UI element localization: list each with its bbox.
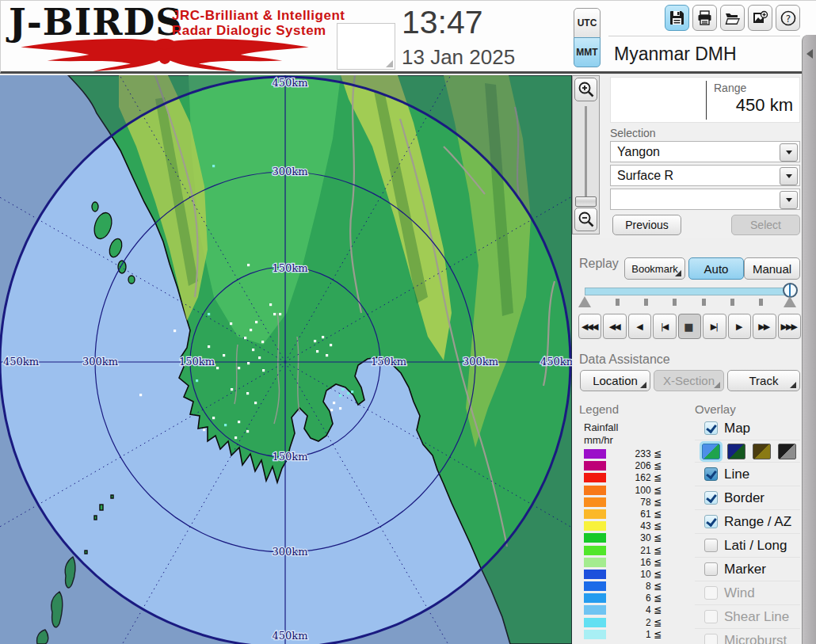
- overlay-item-map[interactable]: Map: [695, 417, 800, 440]
- overlay-item-range-az[interactable]: Range / AZ: [695, 509, 800, 533]
- previous-button[interactable]: Previous: [612, 215, 681, 235]
- legend-row: 206 ≦: [584, 460, 671, 472]
- menu-corner-icon: [790, 382, 796, 388]
- rewind-fast-button[interactable]: ◀◀: [603, 314, 626, 339]
- checkbox-icon[interactable]: [704, 610, 718, 623]
- selection-product-dropdown[interactable]: Surface R: [610, 165, 800, 186]
- map-style-grayscale[interactable]: [778, 444, 796, 459]
- play-button[interactable]: ▶: [728, 314, 751, 339]
- selection-site-value: Yangon: [617, 145, 660, 159]
- dropdown-arrow-button[interactable]: [780, 143, 798, 162]
- zoom-slider-handle[interactable]: [575, 196, 597, 207]
- timezone-mmt-button[interactable]: MMT: [574, 37, 601, 67]
- legend-row: 78 ≦: [584, 497, 671, 509]
- checkbox-icon[interactable]: [704, 562, 718, 576]
- track-button[interactable]: Track: [727, 370, 800, 391]
- play-reverse-button[interactable]: ◀: [628, 314, 651, 339]
- checkbox-icon[interactable]: [704, 515, 718, 528]
- dropdown-arrow-button[interactable]: [780, 191, 798, 209]
- slider-tick: [702, 299, 706, 306]
- step-back-button[interactable]: |◀: [653, 314, 676, 339]
- zoom-in-button[interactable]: [574, 78, 597, 101]
- checkbox-icon[interactable]: [704, 491, 718, 505]
- stop-button[interactable]: ■: [678, 314, 701, 339]
- replay-slider-track[interactable]: [585, 288, 792, 295]
- clock-time: 13:47: [402, 4, 483, 41]
- slider-tick: [673, 299, 677, 306]
- checkbox-icon[interactable]: [704, 634, 718, 644]
- legend-color-swatch: [584, 546, 606, 555]
- legend-value: 78 ≦: [612, 497, 662, 508]
- station-logo-box[interactable]: [337, 23, 395, 70]
- overlay-item-label: Marker: [724, 562, 766, 577]
- step-forward-button[interactable]: ▶|: [703, 314, 726, 339]
- legend-label: Legend: [579, 402, 619, 416]
- manual-mode-button[interactable]: Manual: [744, 257, 800, 280]
- svg-text:450km: 450km: [3, 356, 39, 368]
- legend-color-swatch: [584, 581, 606, 591]
- x-section-button[interactable]: X-Section: [654, 370, 724, 391]
- panel-collapse-gutter[interactable]: [802, 35, 816, 644]
- svg-text:300km: 300km: [82, 356, 118, 368]
- overlay-item-label: Shear Line: [724, 609, 789, 625]
- zoom-out-button[interactable]: [574, 208, 597, 231]
- checkbox-icon[interactable]: [704, 467, 718, 481]
- svg-text:150km: 150km: [272, 451, 307, 463]
- chevron-down-icon: [786, 198, 792, 202]
- svg-text:150km: 150km: [272, 262, 307, 274]
- legend-value: 21 ≦: [612, 545, 662, 556]
- selection-option-dropdown[interactable]: [610, 189, 800, 210]
- legend-unit-line2: mm/hr: [584, 434, 613, 446]
- overlay-item-shear-line[interactable]: Shear Line: [695, 604, 800, 628]
- forward-fast-button[interactable]: ▶▶: [753, 314, 776, 339]
- overlay-item-label: Range / AZ: [724, 514, 791, 530]
- map-style-day[interactable]: [702, 444, 720, 459]
- checkbox-icon[interactable]: [704, 586, 718, 600]
- legend-row: 30 ≦: [584, 532, 671, 544]
- location-button[interactable]: Location: [580, 370, 650, 391]
- replay-label: Replay: [579, 257, 619, 271]
- forward-fastest-button[interactable]: ▶▶▶: [778, 314, 801, 339]
- svg-text:300km: 300km: [272, 546, 307, 558]
- clock-date: 13 Jan 2025: [402, 45, 515, 70]
- slider-tick: [730, 299, 734, 306]
- timezone-utc-button[interactable]: UTC: [574, 8, 601, 38]
- map-style-night[interactable]: [753, 444, 771, 459]
- map-style-dusk[interactable]: [727, 444, 745, 459]
- overlay-item-microburst[interactable]: Microburst: [695, 628, 800, 644]
- selection-site-dropdown[interactable]: Yangon: [610, 141, 800, 162]
- radar-map[interactable]: 450km300km150km150km300km450km450km300km…: [0, 75, 572, 644]
- legend-row: 8 ≦: [584, 581, 671, 593]
- location-button-label: Location: [593, 374, 638, 387]
- help-button[interactable]: ?: [776, 5, 800, 31]
- auto-mode-button[interactable]: Auto: [688, 257, 744, 280]
- legend-value: 2 ≦: [612, 617, 662, 628]
- legend-row: 1 ≦: [584, 629, 671, 641]
- legend-scale: 233 ≦206 ≦162 ≦100 ≦78 ≦61 ≦43 ≦30 ≦21 ≦…: [584, 448, 671, 641]
- overlay-label: Overlay: [695, 402, 736, 416]
- rewind-fastest-button[interactable]: ◀◀◀: [578, 314, 601, 339]
- track-button-label: Track: [749, 374, 779, 387]
- checkbox-icon[interactable]: [704, 539, 718, 552]
- dropdown-arrow-button[interactable]: [780, 167, 798, 185]
- legend-color-swatch: [584, 473, 606, 482]
- select-button[interactable]: Select: [731, 215, 800, 235]
- overlay-item-border[interactable]: Border: [695, 486, 800, 509]
- overlay-item-line[interactable]: Line: [695, 462, 800, 486]
- overlay-item-label: Wind: [724, 585, 755, 601]
- bookmark-button[interactable]: Bookmark: [624, 257, 685, 280]
- svg-text:150km: 150km: [371, 356, 406, 368]
- menu-corner-icon: [714, 382, 720, 388]
- zoom-slider-track[interactable]: [585, 106, 587, 203]
- print-button[interactable]: [692, 5, 717, 31]
- checkbox-icon[interactable]: [704, 421, 718, 435]
- open-file-button[interactable]: [720, 5, 745, 31]
- legend-value: 30 ≦: [612, 532, 662, 543]
- playback-controls: ◀◀◀◀◀◀|◀■▶|▶▶▶▶▶▶: [578, 314, 801, 339]
- overlay-item-wind[interactable]: Wind: [695, 581, 800, 604]
- overlay-item-marker[interactable]: Marker: [695, 557, 800, 581]
- add-capture-button[interactable]: [748, 5, 772, 31]
- overlay-item-lati-long[interactable]: Lati / Long: [695, 533, 800, 557]
- radar-map-canvas: 450km300km150km150km300km450km450km300km…: [0, 75, 572, 644]
- save-button[interactable]: [665, 5, 689, 31]
